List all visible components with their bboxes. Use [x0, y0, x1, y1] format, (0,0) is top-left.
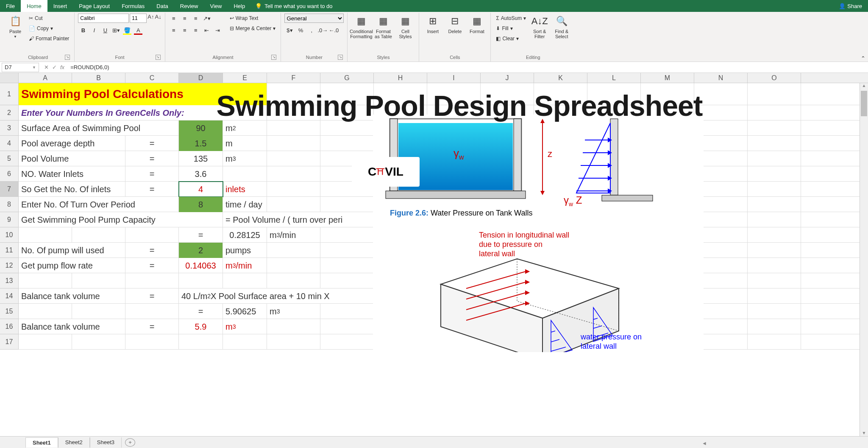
row-header-15[interactable]: 15 — [0, 304, 19, 319]
cut-button[interactable]: ✂Cut — [27, 14, 71, 23]
cell-L9[interactable] — [587, 212, 641, 227]
cell-F5[interactable] — [267, 151, 320, 166]
column-header-C[interactable]: C — [125, 73, 179, 83]
tell-me[interactable]: 💡 Tell me what you want to do — [251, 3, 337, 9]
cell-D15[interactable]: = — [179, 304, 223, 319]
cell-K2[interactable] — [534, 105, 587, 120]
italic-button[interactable]: I — [89, 25, 99, 35]
cell-N5[interactable] — [694, 151, 748, 166]
cell-L11[interactable] — [587, 243, 641, 258]
cell-M9[interactable] — [641, 212, 694, 227]
number-format-select[interactable]: General — [284, 14, 344, 23]
cell-I8[interactable] — [427, 197, 481, 212]
add-sheet-button[interactable]: + — [125, 438, 135, 447]
cell-H2[interactable] — [374, 105, 427, 120]
bold-button[interactable]: B — [78, 25, 88, 35]
font-name-input[interactable] — [78, 14, 129, 23]
cell-K8[interactable] — [534, 197, 587, 212]
cancel-formula-button[interactable]: ✕ — [44, 64, 49, 70]
cell-G13[interactable] — [320, 273, 374, 288]
cell-G17[interactable] — [320, 334, 374, 350]
cell-K7[interactable] — [534, 182, 587, 197]
cell-B13[interactable] — [72, 273, 125, 288]
column-header-D[interactable]: D — [179, 73, 223, 83]
cell-J11[interactable] — [481, 243, 534, 258]
cell-G6[interactable] — [320, 166, 374, 182]
cell-C14[interactable]: = — [125, 288, 179, 304]
autosum-button[interactable]: ΣAutoSum ▾ — [494, 14, 528, 23]
vertical-scrollbar[interactable]: ▲ ▼ — [860, 83, 868, 436]
format-as-table-button[interactable]: ▦Format as Table — [373, 14, 393, 40]
cell-I14[interactable] — [427, 288, 481, 304]
cell-B15[interactable] — [72, 304, 125, 319]
cell-J8[interactable] — [481, 197, 534, 212]
row-header-11[interactable]: 11 — [0, 243, 19, 258]
cell-O11[interactable] — [748, 243, 801, 258]
cell-A3[interactable]: Surface Area of Swimming Pool — [19, 120, 179, 136]
dialog-launcher-icon[interactable]: ↘ — [156, 55, 161, 60]
cell-H4[interactable] — [374, 136, 427, 151]
row-header-9[interactable]: 9 — [0, 212, 19, 227]
cell-D12[interactable]: 0.14063 — [179, 258, 223, 273]
cell-C13[interactable] — [125, 273, 179, 288]
cell-I12[interactable] — [427, 258, 481, 273]
cell-M12[interactable] — [641, 258, 694, 273]
cell-O4[interactable] — [748, 136, 801, 151]
cell-D5[interactable]: 135 — [179, 151, 223, 166]
cell-M3[interactable] — [641, 120, 694, 136]
cell-N17[interactable] — [694, 334, 748, 350]
dialog-launcher-icon[interactable]: ↘ — [338, 55, 343, 60]
align-top-button[interactable]: ≡ — [169, 14, 179, 23]
select-all-button[interactable] — [0, 73, 19, 83]
cell-I11[interactable] — [427, 243, 481, 258]
cell-F17[interactable] — [267, 334, 320, 350]
cell-H7[interactable] — [374, 182, 427, 197]
cell-B10[interactable] — [72, 227, 125, 243]
cell-C15[interactable] — [125, 304, 179, 319]
cell-I15[interactable] — [427, 304, 481, 319]
fill-color-button[interactable]: 🪣 — [122, 25, 132, 35]
cell-D8[interactable]: 8 — [179, 197, 223, 212]
cell-M10[interactable] — [641, 227, 694, 243]
cell-A10[interactable] — [19, 227, 72, 243]
cell-K12[interactable] — [534, 258, 587, 273]
cell-E5[interactable]: m3 — [223, 151, 267, 166]
cell-L16[interactable] — [587, 319, 641, 334]
column-header-G[interactable]: G — [320, 73, 374, 83]
cell-G5[interactable] — [320, 151, 374, 166]
dialog-launcher-icon[interactable]: ↘ — [65, 55, 70, 60]
sort-filter-button[interactable]: A↓ZSort & Filter — [529, 14, 550, 40]
cell-E17[interactable] — [223, 334, 267, 350]
cell-A8[interactable]: Enter No. Of Turn Over Period — [19, 197, 179, 212]
cell-J12[interactable] — [481, 258, 534, 273]
cell-O13[interactable] — [748, 273, 801, 288]
row-header-4[interactable]: 4 — [0, 136, 19, 151]
cell-D13[interactable] — [179, 273, 223, 288]
column-header-N[interactable]: N — [694, 73, 748, 83]
cell-K9[interactable] — [534, 212, 587, 227]
cell-J5[interactable] — [481, 151, 534, 166]
cell-J14[interactable] — [481, 288, 534, 304]
cell-E11[interactable]: pumps — [223, 243, 267, 258]
cell-F3[interactable] — [267, 120, 320, 136]
cell-A14[interactable]: Balance tank volume — [19, 288, 125, 304]
column-header-A[interactable]: A — [19, 73, 72, 83]
cell-L10[interactable] — [587, 227, 641, 243]
cell-M7[interactable] — [641, 182, 694, 197]
cell-A4[interactable]: Pool average depth — [19, 136, 125, 151]
cell-N8[interactable] — [694, 197, 748, 212]
cell-J17[interactable] — [481, 334, 534, 350]
font-size-input[interactable] — [130, 14, 147, 23]
tab-file[interactable]: File — [0, 0, 21, 12]
cell-H15[interactable] — [374, 304, 427, 319]
clear-button[interactable]: ◧Clear ▾ — [494, 34, 528, 43]
cell-O5[interactable] — [748, 151, 801, 166]
increase-indent-button[interactable]: ⇥ — [213, 25, 223, 35]
find-select-button[interactable]: 🔍Find & Select — [551, 14, 572, 40]
cell-O15[interactable] — [748, 304, 801, 319]
cell-J7[interactable] — [481, 182, 534, 197]
cell-I3[interactable] — [427, 120, 481, 136]
share-button[interactable]: 👤 Share — [833, 3, 868, 9]
row-header-10[interactable]: 10 — [0, 227, 19, 243]
cell-M6[interactable] — [641, 166, 694, 182]
